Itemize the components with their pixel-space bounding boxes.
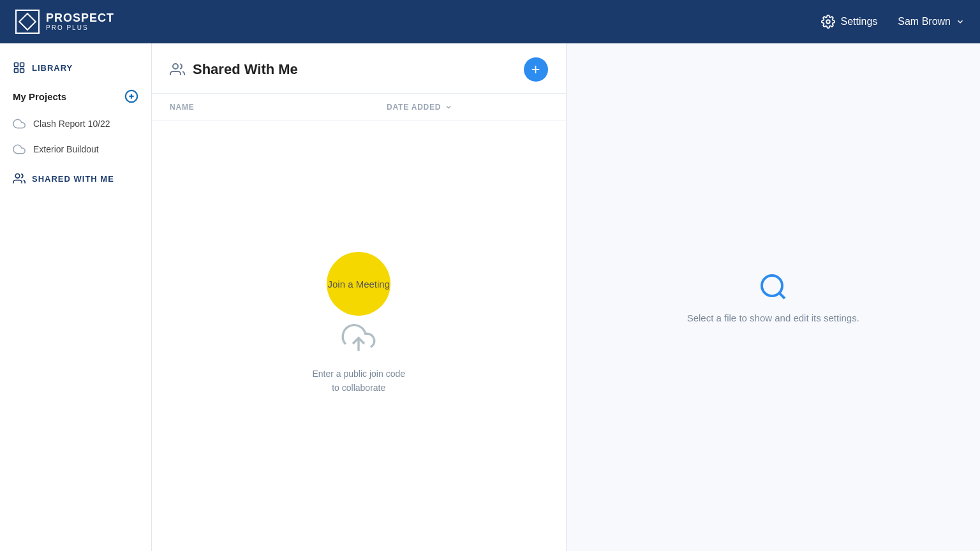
logo-diamond bbox=[19, 13, 36, 31]
right-panel: Select a file to show and edit its setti… bbox=[567, 43, 981, 551]
search-icon-large bbox=[758, 272, 789, 302]
plus-circle-icon bbox=[124, 89, 138, 103]
logo: PROSPECT PRO PLUS bbox=[15, 10, 114, 34]
svg-rect-3 bbox=[15, 69, 19, 73]
svg-rect-1 bbox=[15, 63, 19, 67]
shared-label: SHARED WITH ME bbox=[32, 174, 114, 184]
page-title: Shared With Me bbox=[193, 61, 298, 78]
gear-icon bbox=[821, 15, 835, 29]
content-area: Shared With Me + NAME DATE ADDED Join a … bbox=[152, 43, 567, 551]
col-name-header: NAME bbox=[170, 103, 272, 112]
svg-rect-2 bbox=[20, 63, 24, 67]
sidebar-shared-with-me[interactable]: SHARED WITH ME bbox=[0, 162, 151, 190]
add-project-button[interactable] bbox=[124, 89, 138, 103]
col-date-label: DATE ADDED bbox=[387, 103, 441, 112]
logo-box bbox=[15, 10, 40, 34]
svg-point-11 bbox=[762, 276, 782, 296]
empty-text: Enter a public join code to collaborate bbox=[312, 367, 405, 395]
col-date-header[interactable]: DATE ADDED bbox=[387, 103, 452, 112]
sidebar: LIBRARY My Projects Clash Report 10/22 bbox=[0, 43, 152, 551]
shared-with-me-title-icon bbox=[170, 62, 185, 77]
library-label: LIBRARY bbox=[32, 63, 73, 73]
my-projects-label: My Projects bbox=[13, 91, 66, 102]
sidebar-item-clash-report[interactable]: Clash Report 10/22 bbox=[0, 111, 151, 136]
header-right: Settings Sam Brown bbox=[821, 15, 965, 29]
upload-icon-wrap bbox=[341, 321, 376, 358]
cloud-icon bbox=[13, 117, 26, 130]
content-header: Shared With Me + bbox=[152, 43, 566, 94]
content-title-row: Shared With Me bbox=[170, 61, 298, 78]
app-header: PROSPECT PRO PLUS Settings Sam Brown bbox=[0, 0, 980, 43]
cloud-icon-2 bbox=[13, 143, 26, 156]
sort-icon bbox=[445, 103, 452, 111]
logo-text-block: PROSPECT PRO PLUS bbox=[46, 12, 114, 32]
sidebar-item-exterior-buildout[interactable]: Exterior Buildout bbox=[0, 136, 151, 162]
user-name: Sam Brown bbox=[898, 16, 951, 27]
svg-point-8 bbox=[15, 174, 20, 179]
library-icon bbox=[13, 61, 26, 74]
empty-text-line2: to collaborate bbox=[332, 383, 385, 393]
main-layout: LIBRARY My Projects Clash Report 10/22 bbox=[0, 43, 980, 551]
svg-line-12 bbox=[779, 293, 785, 298]
svg-rect-4 bbox=[20, 69, 24, 73]
upload-icon bbox=[341, 321, 376, 355]
empty-state: Join a Meeting Enter a public join code … bbox=[152, 121, 566, 551]
logo-text: PROSPECT bbox=[46, 12, 114, 25]
svg-point-0 bbox=[827, 20, 831, 24]
settings-label: Settings bbox=[840, 16, 877, 27]
project-name-2: Exterior Buildout bbox=[33, 144, 99, 154]
sidebar-library: LIBRARY bbox=[0, 56, 151, 84]
settings-button[interactable]: Settings bbox=[821, 15, 877, 29]
shared-icon bbox=[13, 172, 26, 185]
my-projects-header: My Projects bbox=[0, 84, 151, 111]
user-menu-button[interactable]: Sam Brown bbox=[898, 16, 965, 27]
table-header: NAME DATE ADDED bbox=[152, 94, 566, 121]
svg-point-9 bbox=[173, 64, 178, 69]
join-meeting-label: Join a Meeting bbox=[327, 278, 390, 289]
add-button[interactable]: + bbox=[524, 57, 548, 82]
logo-subtext: PRO PLUS bbox=[46, 24, 114, 31]
empty-text-line1: Enter a public join code bbox=[312, 369, 405, 379]
chevron-down-icon bbox=[956, 17, 965, 26]
project-name: Clash Report 10/22 bbox=[33, 119, 110, 129]
right-panel-text: Select a file to show and edit its setti… bbox=[687, 312, 859, 323]
